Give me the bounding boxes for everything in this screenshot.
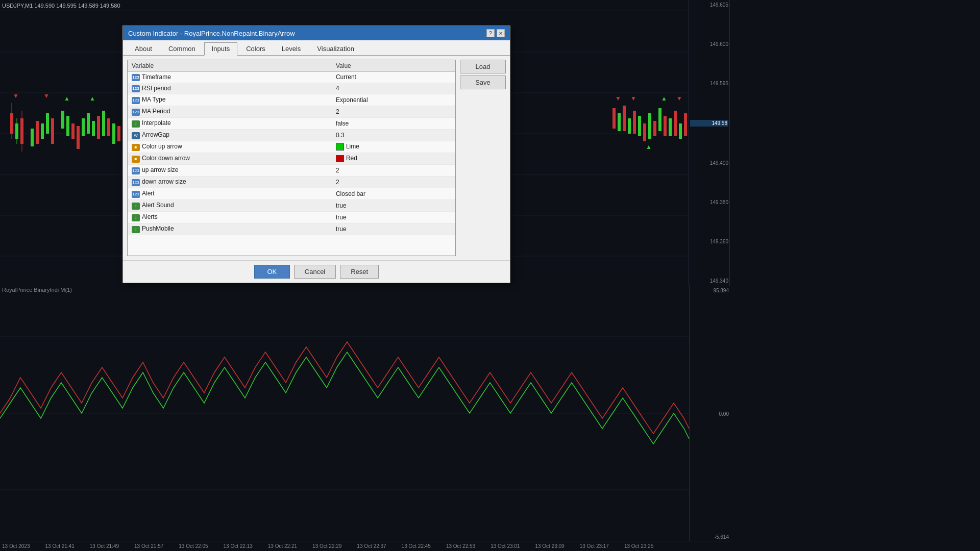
chart-symbol: USDJPY,M1 149.590 149.595 149.589 149.58… [2, 3, 120, 9]
row-value: 2 [332, 106, 455, 117]
table-row[interactable]: ↕Interpolate false [128, 117, 455, 129]
row-value: Red [332, 153, 455, 164]
row-icon-updown: ↕ [132, 226, 140, 233]
tab-common[interactable]: Common [161, 42, 203, 55]
table-row[interactable]: 123Timeframe Current [128, 72, 455, 83]
price-value: 149.380 [690, 199, 728, 205]
svg-rect-57 [684, 113, 687, 136]
svg-rect-23 [92, 121, 95, 136]
table-row[interactable]: ■Color up arrow Lime [128, 141, 455, 153]
table-row[interactable]: 123Alert Closed bar [128, 188, 455, 199]
row-value: 0.3 [332, 129, 455, 141]
tab-colors[interactable]: Colors [238, 42, 273, 55]
row-value: true [332, 211, 455, 223]
row-value: 2 [332, 164, 455, 176]
table-row[interactable]: 123MA Period 2 [128, 106, 455, 117]
color-swatch-lime [336, 143, 344, 151]
svg-text:▲: ▲ [661, 95, 667, 102]
svg-rect-52 [658, 108, 662, 131]
row-variable: ↕Interpolate [128, 117, 332, 129]
row-value: Lime [332, 141, 455, 153]
svg-rect-45 [623, 106, 626, 131]
date-label: 13 Oct 23:17 [580, 543, 609, 549]
oscillator-area: RoyalPrince BinaryIndi M(1) 95.894 0.00 … [0, 286, 730, 542]
row-value: 4 [332, 83, 455, 94]
row-icon-123: 123 [132, 74, 140, 81]
date-label: 13 Oct 22:21 [268, 543, 297, 549]
svg-rect-46 [628, 118, 631, 134]
row-icon-123: 123 [132, 179, 140, 186]
svg-rect-48 [638, 116, 641, 136]
table-row[interactable]: 123up arrow size 2 [128, 164, 455, 176]
svg-rect-53 [664, 116, 667, 136]
svg-rect-13 [36, 121, 39, 144]
row-variable: 123RSI period [128, 83, 332, 94]
svg-rect-25 [102, 111, 105, 136]
price-panel: 149.605 149.600 149.595 149.58 149.400 1… [689, 0, 729, 286]
date-label: 13 Oct 21:49 [90, 543, 119, 549]
svg-text:▼: ▼ [13, 92, 19, 99]
table-row[interactable]: ■Color down arrow Red [128, 153, 455, 164]
date-label: 13 Oct 22:37 [357, 543, 386, 549]
dialog-footer: OK Cancel Reset [123, 260, 510, 283]
tab-inputs[interactable]: Inputs [204, 42, 237, 56]
titlebar-buttons: ? ✕ [486, 29, 505, 37]
price-value: 149.595 [690, 81, 728, 86]
row-variable: WArrowGap [128, 129, 332, 141]
tab-visualization[interactable]: Visualization [309, 42, 362, 55]
svg-rect-19 [71, 123, 75, 139]
row-icon-updown: ↕ [132, 203, 140, 210]
row-variable: ↕PushMobile [128, 223, 332, 235]
table-row[interactable]: 123RSI period 4 [128, 83, 455, 94]
svg-rect-20 [77, 126, 80, 149]
col-value: Value [332, 60, 455, 72]
svg-rect-47 [633, 111, 636, 134]
svg-rect-28 [117, 126, 120, 141]
table-row[interactable]: 123MA Type Exponential [128, 94, 455, 106]
date-label: 13 Oct 21:41 [45, 543, 74, 549]
col-variable: Variable [128, 60, 332, 72]
svg-rect-55 [674, 111, 677, 136]
row-variable: ■Color down arrow [128, 153, 332, 164]
table-row[interactable]: 123down arrow size 2 [128, 176, 455, 188]
tab-levels[interactable]: Levels [274, 42, 309, 55]
save-button[interactable]: Save [460, 76, 506, 89]
color-swatch-red [336, 155, 344, 162]
custom-indicator-dialog: Custom Indicator - RoyalPrince.NonRepain… [122, 26, 510, 283]
svg-rect-49 [643, 123, 646, 141]
cancel-button[interactable]: Cancel [294, 265, 336, 279]
table-row[interactable]: ↕Alert Sound true [128, 199, 455, 211]
reset-button[interactable]: Reset [340, 265, 379, 279]
dialog-body: Variable Value 123Timeframe Current 123R… [123, 56, 510, 260]
row-icon-123: 123 [132, 97, 140, 104]
table-row[interactable]: ↕PushMobile true [128, 223, 455, 235]
inputs-table-container: Variable Value 123Timeframe Current 123R… [127, 60, 456, 256]
dialog-title: Custom Indicator - RoyalPrince.NonRepain… [128, 30, 295, 37]
svg-text:▼: ▼ [630, 95, 636, 102]
date-label: 13 Oct 23:25 [624, 543, 653, 549]
date-label: 13 Oct 23:01 [491, 543, 520, 549]
svg-rect-16 [51, 118, 54, 144]
oscillator-svg [0, 286, 730, 541]
ok-button[interactable]: OK [254, 265, 290, 279]
tab-about[interactable]: About [127, 42, 160, 55]
close-button[interactable]: ✕ [497, 29, 505, 37]
row-value: Exponential [332, 94, 455, 106]
svg-rect-26 [107, 118, 110, 136]
svg-rect-22 [87, 113, 90, 134]
svg-text:▲: ▲ [89, 95, 95, 102]
date-label: 13 Oct 22:05 [179, 543, 208, 549]
dialog-tabs: About Common Inputs Colors Levels Visual… [123, 40, 510, 56]
chart-top-bar: USDJPY,M1 149.590 149.595 149.589 149.58… [0, 0, 729, 11]
row-value: 2 [332, 176, 455, 188]
table-row[interactable]: ↕Alerts true [128, 211, 455, 223]
svg-rect-12 [31, 129, 34, 146]
dialog-titlebar: Custom Indicator - RoyalPrince.NonRepain… [123, 26, 510, 40]
load-button[interactable]: Load [460, 60, 506, 73]
row-variable: ■Color up arrow [128, 141, 332, 153]
help-button[interactable]: ? [486, 29, 495, 37]
table-row[interactable]: WArrowGap 0.3 [128, 129, 455, 141]
table-row-empty [128, 235, 455, 255]
row-icon-updown: ↕ [132, 120, 140, 128]
date-label: 13 Oct 22:29 [312, 543, 341, 549]
